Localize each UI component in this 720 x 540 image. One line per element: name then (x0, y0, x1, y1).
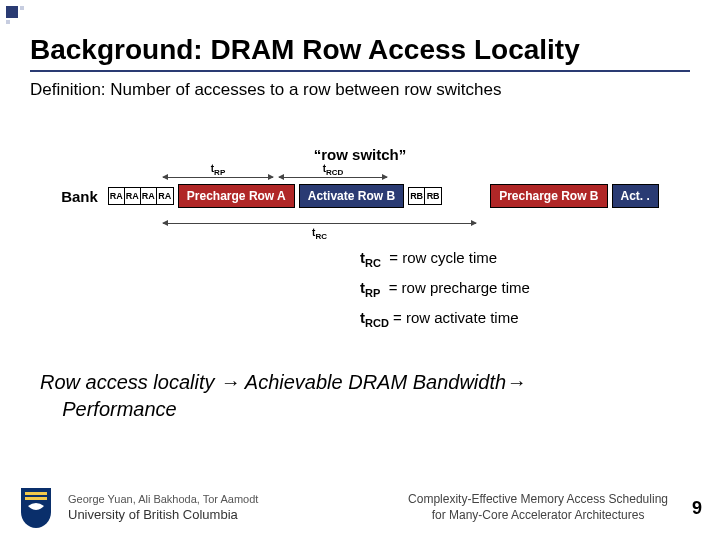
row-switch-label: “row switch” (314, 146, 407, 163)
precharge-row-a-box: Precharge Row A (178, 184, 295, 208)
slide-footer: George Yuan, Ali Bakhoda, Tor Aamodt Uni… (0, 486, 720, 530)
slide-title: Background: DRAM Row Access Locality (30, 34, 690, 66)
footer-authors: George Yuan, Ali Bakhoda, Tor Aamodt Uni… (68, 492, 258, 523)
activate-row-b-box: Activate Row B (299, 184, 404, 208)
timing-arrows-bottom: tRC (30, 216, 690, 230)
timing-legend: tRC = row cycle time tRP = row precharge… (360, 244, 690, 333)
svg-rect-0 (25, 492, 47, 495)
rb-access-group: RB RB (408, 187, 442, 205)
legend-trp: tRP = row precharge time (360, 274, 690, 304)
ra-access-group: RA RA RA RA (108, 187, 174, 205)
legend-trc: tRC = row cycle time (360, 244, 690, 274)
conclusion-text: Row access locality → Achievable DRAM Ba… (40, 369, 690, 423)
title-rule (30, 70, 690, 72)
svg-rect-1 (25, 497, 47, 500)
timing-arrows-top: tRP tRCD (30, 170, 690, 184)
dram-timing-diagram: Bank RA RA RA RA Precharge Row A Activat… (30, 184, 690, 208)
legend-trcd: tRCD = row activate time (360, 304, 690, 334)
bank-label: Bank (61, 188, 98, 205)
slide-corner-deco (6, 6, 26, 26)
activate-tail-box: Act. . (612, 184, 659, 208)
ubc-logo-icon (18, 486, 54, 530)
precharge-row-b-box: Precharge Row B (490, 184, 607, 208)
footer-paper-title: Complexity-Effective Memory Access Sched… (408, 492, 668, 523)
slide-subtitle: Definition: Number of accesses to a row … (30, 80, 690, 100)
page-number: 9 (692, 498, 702, 519)
